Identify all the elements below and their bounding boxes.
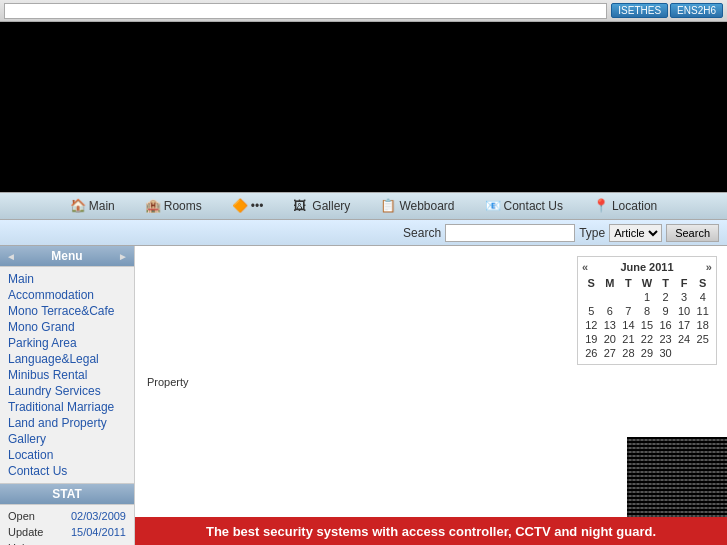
cal-day[interactable]: 13 <box>601 318 620 332</box>
nav-item-gallery[interactable]: 🖼Gallery <box>293 198 350 214</box>
cal-day[interactable]: 7 <box>619 304 638 318</box>
menu-item[interactable]: Location <box>8 447 126 463</box>
cal-day[interactable]: 22 <box>638 332 657 346</box>
calendar-header: « June 2011 » <box>582 261 712 273</box>
cal-day-header: F <box>675 276 694 290</box>
cal-day[interactable]: 26 <box>582 346 601 360</box>
menu-title: Menu <box>51 249 82 263</box>
cal-day[interactable]: 23 <box>656 332 675 346</box>
dots-icon: 🔶 <box>232 198 248 214</box>
type-select[interactable]: Article <box>609 224 662 242</box>
promo-banner: The best security systems with access co… <box>135 517 727 545</box>
cal-day[interactable]: 11 <box>693 304 712 318</box>
cal-day[interactable]: 12 <box>582 318 601 332</box>
stat-value: 02/03/2009 <box>69 509 128 523</box>
cal-day[interactable]: 18 <box>693 318 712 332</box>
menu-item[interactable]: Main <box>8 271 126 287</box>
cal-day[interactable]: 2 <box>656 290 675 304</box>
menu-item[interactable]: Accommodation <box>8 287 126 303</box>
calendar: « June 2011 » SMTWTFS1234567891011121314… <box>577 256 717 365</box>
menu-item[interactable]: Minibus Rental <box>8 367 126 383</box>
cal-day[interactable]: 24 <box>675 332 694 346</box>
browser-buttons: ISETHES ENS2H6 <box>611 3 723 18</box>
home-icon: 🏠 <box>70 198 86 214</box>
nav-item-•••[interactable]: 🔶••• <box>232 198 264 214</box>
nav-item-rooms[interactable]: 🏨Rooms <box>145 198 202 214</box>
search-label: Search <box>403 226 441 240</box>
page: 🏠Main🏨Rooms🔶•••🖼Gallery📋Webboard📧Contact… <box>0 22 727 545</box>
menu-item[interactable]: Parking Area <box>8 335 126 351</box>
cal-day[interactable]: 17 <box>675 318 694 332</box>
navbar: 🏠Main🏨Rooms🔶•••🖼Gallery📋Webboard📧Contact… <box>0 192 727 220</box>
qr-pattern <box>627 437 727 517</box>
cal-day[interactable]: 10 <box>675 304 694 318</box>
search-button[interactable]: Search <box>666 224 719 242</box>
menu-item[interactable]: Mono Terrace&Cafe <box>8 303 126 319</box>
cal-day <box>619 290 638 304</box>
menu-arrow-right[interactable]: ► <box>118 251 128 262</box>
cal-day[interactable]: 4 <box>693 290 712 304</box>
cal-day[interactable]: 1 <box>638 290 657 304</box>
cal-day[interactable]: 5 <box>582 304 601 318</box>
menu-list: MainAccommodationMono Terrace&CafeMono G… <box>0 267 134 483</box>
cal-day[interactable]: 9 <box>656 304 675 318</box>
nav-label-main: Main <box>89 199 115 213</box>
nav-label-contactus: Contact Us <box>504 199 563 213</box>
qr-code-area <box>627 437 727 517</box>
board-icon: 📋 <box>380 198 396 214</box>
menu-arrow-left[interactable]: ◄ <box>6 251 16 262</box>
cal-day[interactable]: 29 <box>638 346 657 360</box>
nav-item-main[interactable]: 🏠Main <box>70 198 115 214</box>
url-bar[interactable]: http://www.mono-place.com <box>4 3 607 19</box>
menu-item[interactable]: Mono Grand <box>8 319 126 335</box>
cal-day[interactable]: 19 <box>582 332 601 346</box>
cal-week-row: 19202122232425 <box>582 332 712 346</box>
cal-week-row: 1234 <box>582 290 712 304</box>
stat-row: Update15/04/2011 <box>6 525 128 539</box>
stat-row: Open02/03/2009 <box>6 509 128 523</box>
menu-item[interactable]: Land and Property <box>8 415 126 431</box>
browser-btn-2[interactable]: ENS2H6 <box>670 3 723 18</box>
cal-next[interactable]: » <box>706 261 712 273</box>
cal-day[interactable]: 16 <box>656 318 675 332</box>
browser-btn-1[interactable]: ISETHES <box>611 3 668 18</box>
stat-row: Unique Session27,197 <box>6 541 128 545</box>
cal-month-year: June 2011 <box>620 261 673 273</box>
cal-day[interactable]: 27 <box>601 346 620 360</box>
nav-item-webboard[interactable]: 📋Webboard <box>380 198 454 214</box>
cal-day[interactable]: 8 <box>638 304 657 318</box>
search-input[interactable] <box>445 224 575 242</box>
menu-item[interactable]: Contact Us <box>8 463 126 479</box>
menu-header: ◄ Menu ► <box>0 246 134 267</box>
stat-value: 15/04/2011 <box>69 525 128 539</box>
cal-prev[interactable]: « <box>582 261 588 273</box>
cal-day[interactable]: 20 <box>601 332 620 346</box>
menu-item[interactable]: Laundry Services <box>8 383 126 399</box>
cal-day[interactable]: 30 <box>656 346 675 360</box>
menu-item[interactable]: Language&Legal <box>8 351 126 367</box>
menu-item[interactable]: Gallery <box>8 431 126 447</box>
content-area: ◄ Menu ► MainAccommodationMono Terrace&C… <box>0 246 727 545</box>
nav-label-•••: ••• <box>251 199 264 213</box>
nav-label-rooms: Rooms <box>164 199 202 213</box>
promo-text: The best security systems with access co… <box>206 524 656 539</box>
menu-item[interactable]: Traditional Marriage <box>8 399 126 415</box>
cal-day-header: W <box>638 276 657 290</box>
cal-day-header: M <box>601 276 620 290</box>
nav-item-location[interactable]: 📍Location <box>593 198 657 214</box>
nav-item-contactus[interactable]: 📧Contact Us <box>485 198 563 214</box>
cal-day[interactable]: 6 <box>601 304 620 318</box>
stat-label: Open <box>6 509 67 523</box>
cal-day-header: T <box>619 276 638 290</box>
cal-day-header: S <box>693 276 712 290</box>
cal-day[interactable]: 15 <box>638 318 657 332</box>
cal-day[interactable]: 14 <box>619 318 638 332</box>
location-icon: 📍 <box>593 198 609 214</box>
cal-week-row: 567891011 <box>582 304 712 318</box>
cal-day[interactable]: 28 <box>619 346 638 360</box>
cal-day[interactable]: 3 <box>675 290 694 304</box>
stat-label: Update <box>6 525 67 539</box>
cal-day[interactable]: 21 <box>619 332 638 346</box>
stat-header: STAT <box>0 483 134 505</box>
cal-day[interactable]: 25 <box>693 332 712 346</box>
